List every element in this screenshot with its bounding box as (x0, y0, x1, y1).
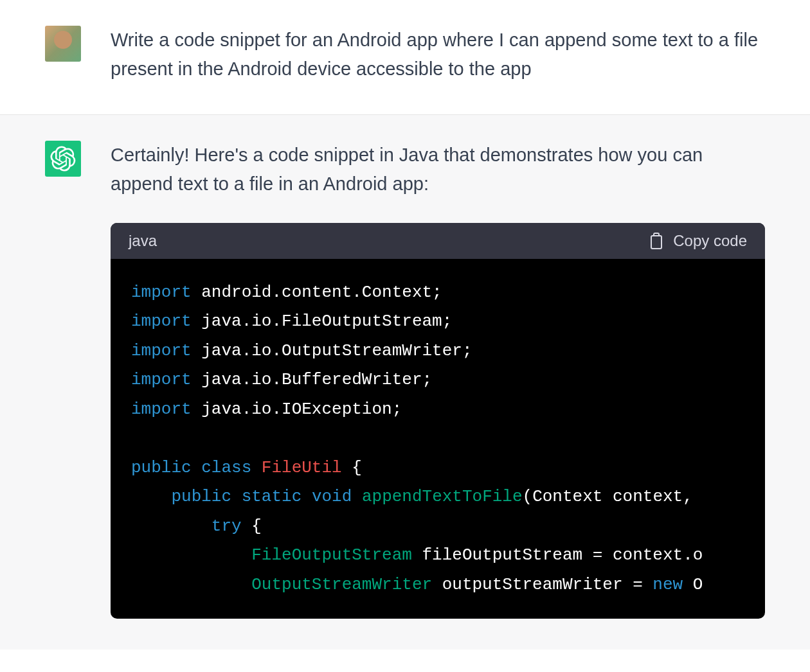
code-token: import (131, 370, 192, 389)
clipboard-icon (649, 232, 664, 250)
code-token: { (342, 458, 362, 477)
code-token: import (131, 400, 192, 419)
code-token: FileOutputStream (251, 545, 412, 565)
code-token (251, 458, 262, 477)
code-header: java Copy code (111, 223, 765, 259)
code-token: java.io.IOException; (192, 400, 402, 419)
code-token: class (201, 458, 251, 477)
code-token (231, 487, 242, 506)
code-body[interactable]: import android.content.Context; import j… (111, 259, 765, 619)
code-token: void (312, 487, 352, 506)
user-avatar (45, 26, 81, 62)
code-token: new (652, 575, 683, 594)
code-token (352, 487, 362, 506)
code-token: FileUtil (262, 458, 342, 477)
assistant-intro-text: Certainly! Here's a code snippet in Java… (111, 141, 765, 199)
code-token: { (242, 517, 262, 536)
code-token: import (131, 283, 192, 302)
code-token: static (242, 487, 302, 506)
code-token: = context.o (582, 545, 703, 565)
openai-logo-icon (50, 146, 76, 172)
code-token: android.content.Context; (192, 283, 442, 302)
code-token: appendTextToFile (362, 487, 523, 506)
code-token: java.io.FileOutputStream; (192, 312, 453, 331)
assistant-content: Certainly! Here's a code snippet in Java… (111, 141, 765, 619)
code-token (131, 575, 251, 594)
code-token (131, 487, 171, 506)
code-token: java.io.OutputStreamWriter; (192, 341, 473, 360)
copy-code-button[interactable]: Copy code (649, 232, 747, 250)
code-token (131, 517, 212, 536)
code-token: fileOutputStream (412, 545, 582, 565)
code-token: import (131, 312, 192, 331)
code-token: outputStreamWriter (432, 575, 622, 594)
svg-rect-0 (651, 236, 662, 249)
copy-code-label: Copy code (673, 232, 747, 250)
code-token: public (171, 487, 231, 506)
user-message: Write a code snippet for an Android app … (0, 0, 810, 115)
code-token: (Context context, (523, 487, 703, 506)
code-token: = (623, 575, 653, 594)
code-token: O (683, 575, 703, 594)
code-token: OutputStreamWriter (251, 575, 432, 594)
code-token: public (131, 458, 192, 477)
code-token (192, 458, 202, 477)
user-content: Write a code snippet for an Android app … (111, 26, 765, 84)
code-block: java Copy code import android.content.Co… (111, 223, 765, 619)
assistant-message: Certainly! Here's a code snippet in Java… (0, 115, 810, 650)
code-token: import (131, 341, 192, 360)
code-token: try (212, 517, 242, 536)
code-token: java.io.BufferedWriter; (192, 370, 432, 389)
code-token (131, 545, 251, 565)
assistant-avatar (45, 141, 81, 177)
code-language-label: java (129, 232, 157, 250)
code-token (302, 487, 312, 506)
user-text: Write a code snippet for an Android app … (111, 26, 765, 84)
